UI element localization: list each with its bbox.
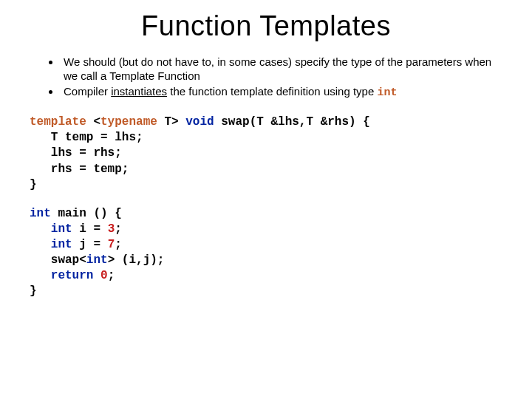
code-keyword: int	[51, 222, 72, 236]
code-line: lhs = rhs;	[30, 146, 122, 160]
code-keyword: void	[185, 115, 214, 129]
inline-code: int	[377, 86, 397, 99]
bullet-list: We should (but do not have to, in some c…	[30, 55, 502, 100]
code-block-main: int main () { int i = 3; int j = 7; swap…	[30, 206, 502, 300]
bullet-text: the function template definition using t…	[167, 85, 377, 98]
code-text: i =	[72, 222, 108, 236]
code-line: T temp = lhs;	[30, 131, 143, 144]
code-text	[30, 253, 51, 267]
code-number: 0	[100, 269, 108, 282]
bullet-item: Compiler instantiates the function templ…	[61, 85, 502, 100]
code-text	[93, 269, 100, 282]
code-text	[30, 238, 51, 251]
code-block-swap: template <typename T> void swap(T &lhs,T…	[30, 115, 502, 193]
code-text: main () {	[51, 207, 122, 220]
code-text: swap(T &lhs,T &rhs) {	[214, 115, 370, 129]
bullet-text: Compiler	[64, 85, 111, 98]
code-text: T>	[157, 115, 185, 129]
code-line: }	[30, 178, 37, 191]
slide-title: Function Templates	[30, 10, 502, 42]
code-text: > (i,j);	[108, 253, 165, 267]
code-keyword: template	[30, 115, 86, 129]
code-text: swap<	[51, 253, 86, 267]
code-text: ;	[115, 222, 122, 236]
code-line: }	[30, 284, 37, 298]
underlined-text: instantiates	[111, 85, 167, 98]
code-text: ;	[115, 238, 122, 251]
code-text: j =	[72, 238, 108, 251]
code-keyword: return	[51, 269, 94, 282]
code-number: 7	[108, 238, 115, 251]
code-keyword: typename	[100, 115, 157, 129]
code-text: <	[86, 115, 100, 129]
code-number: 3	[108, 222, 115, 236]
slide: Function Templates We should (but do not…	[0, 0, 532, 399]
code-keyword: int	[86, 253, 108, 267]
code-keyword: int	[30, 207, 51, 220]
code-text	[30, 222, 51, 236]
code-line: rhs = temp;	[30, 163, 129, 176]
code-text	[30, 269, 51, 282]
code-text: ;	[108, 269, 115, 282]
code-keyword: int	[51, 238, 72, 251]
bullet-item: We should (but do not have to, in some c…	[61, 55, 502, 83]
bullet-text: We should (but do not have to, in some c…	[64, 55, 491, 82]
